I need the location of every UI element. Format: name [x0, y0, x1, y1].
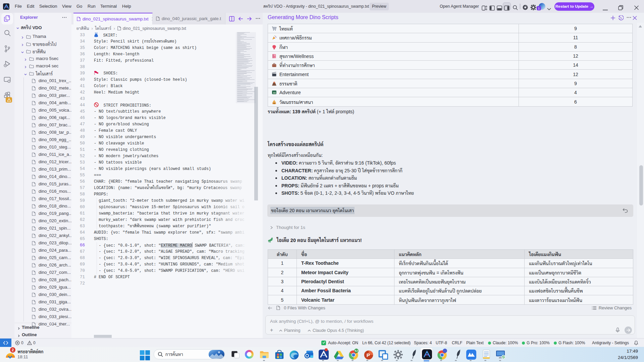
svg-text:P: P [367, 352, 370, 358]
